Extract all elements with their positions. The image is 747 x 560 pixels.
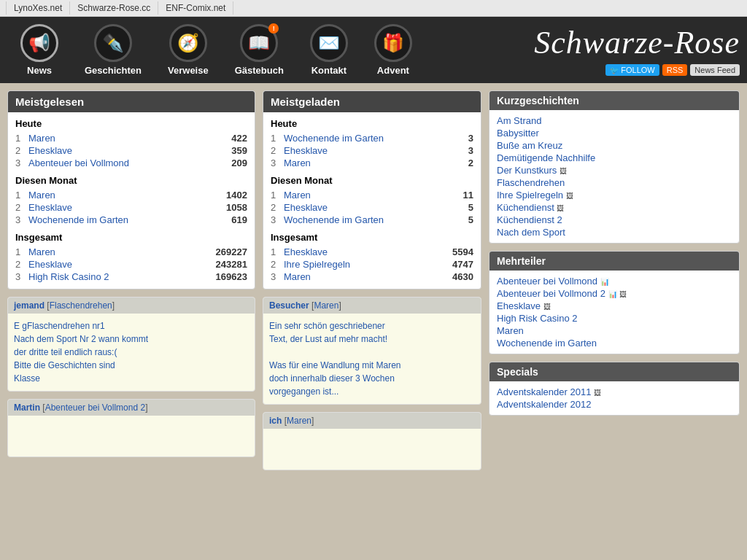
sidebar-item-link[interactable]: Wochenende im Garten (497, 337, 732, 349)
sidebar-item-link[interactable]: Am Strand (497, 114, 732, 127)
sidebar-item-link[interactable]: Buße am Kreuz (497, 139, 732, 152)
comment-body-1: Ein sehr schön geschriebenerText, der Lu… (263, 314, 481, 404)
story-link[interactable]: Maren (28, 190, 55, 201)
sidebar-item-link[interactable]: Nach dem Sport (497, 226, 732, 238)
kurzgeschichten-header: Kurzgeschichten (489, 91, 739, 110)
sidebar-item-link[interactable]: Babysitter (497, 127, 732, 139)
rank: 1 (271, 246, 281, 257)
sidebar-item-link[interactable]: Abenteuer bei Vollmond 2 📊 🖼 (497, 287, 732, 300)
list-item: 3Wochenende im Garten5 (271, 214, 473, 226)
rss-button[interactable]: RSS (662, 64, 688, 76)
story-link[interactable]: Ihre Spielregeln (284, 259, 350, 270)
meistgeladen-body: Heute1Wochenende im Garten32Ehesklave33M… (263, 112, 481, 289)
story-link[interactable]: Maren (28, 246, 55, 257)
nav-label-kontakt: Kontakt (311, 65, 347, 76)
story-link[interactable]: Ehesklave (284, 246, 328, 257)
stat-section-title: Diesen Monat (271, 175, 473, 186)
twitter-button[interactable]: 🐦 FOLLOW (605, 64, 659, 76)
sidebar-item-link[interactable]: Abenteuer bei Vollmond 📊 (497, 275, 732, 287)
comment-author-2: Martin (14, 402, 40, 413)
list-item: 1Wochenende im Garten3 (271, 132, 473, 144)
story-link[interactable]: Maren (284, 158, 311, 168)
story-link[interactable]: Wochenende im Garten (284, 214, 384, 225)
story-link[interactable]: Maren (28, 133, 55, 144)
top-link-enf-comix[interactable]: ENF-Comix.net (158, 1, 233, 15)
story-link[interactable]: Abenteuer bei Vollmond (28, 158, 129, 168)
story-link[interactable]: Wochenende im Garten (28, 214, 128, 225)
list-item: 2Ehesklave243281 (15, 258, 247, 271)
stat-value: 1058 (226, 202, 247, 213)
left-column: Meistgelesen Heute1Maren4222Ehesklave359… (7, 90, 255, 470)
brand-title: Schwarze-Rose (534, 24, 740, 61)
comment-story-bracket-close-0: ] (112, 300, 115, 311)
sidebar-item-link[interactable]: Demütigende Nachhilfe (497, 152, 732, 164)
list-item: 3Maren2 (271, 157, 473, 169)
sidebar-item-link[interactable]: Flaschendrehen (497, 176, 732, 189)
kurzgeschichten-body: Am StrandBabysitterBuße am KreuzDemütige… (489, 110, 739, 243)
comment-body-2 (8, 416, 255, 427)
sidebar-item-link[interactable]: Küchendienst 🖼 (497, 201, 732, 214)
list-item: 1Maren11 (271, 189, 473, 201)
sidebar-item-link[interactable]: High Risk Casino 2 (497, 312, 732, 324)
nav-item-kontakt[interactable]: ✉️ Kontakt (297, 21, 361, 79)
geschichten-icon: ✒️ (94, 24, 132, 62)
stat-value: 243281 (216, 259, 247, 270)
sidebar-item-link[interactable]: Adventskalender 2012 (497, 398, 732, 411)
top-link-lynoxes[interactable]: LynoXes.net (6, 1, 70, 15)
story-link[interactable]: Ehesklave (284, 145, 328, 156)
gastebuch-icon: 📖! (240, 24, 278, 62)
rank: 2 (15, 259, 26, 270)
meistgelesen-body: Heute1Maren4222Ehesklave3593Abenteuer be… (8, 112, 255, 289)
stat-value: 5594 (452, 246, 473, 257)
list-item: 2Ehesklave1058 (15, 201, 247, 214)
specials-header: Specials (489, 362, 739, 381)
comment-author-1: Besucher (269, 300, 309, 311)
nav-item-verweise[interactable]: 🧭 Verweise (155, 21, 222, 79)
stat-value: 359 (231, 145, 247, 156)
comment-line: Nach dem Sport Nr 2 wann kommt (14, 332, 249, 346)
sidebar-item-link[interactable]: Küchendienst 2 (497, 214, 732, 226)
sidebar-item-link[interactable]: Maren (497, 324, 732, 337)
verweise-icon: 🧭 (169, 24, 207, 62)
comment-line: der dritte teil endlich raus:( (14, 346, 249, 359)
rank: 3 (15, 271, 26, 282)
newsfeed-button[interactable]: News Feed (690, 64, 740, 76)
image-icon: 🖼 (543, 303, 551, 311)
kurzgeschichten-widget: Kurzgeschichten Am StrandBabysitterBuße … (489, 90, 740, 244)
nav-label-verweise: Verweise (168, 65, 209, 76)
center-column: Meistgeladen Heute1Wochenende im Garten3… (263, 90, 481, 470)
story-link[interactable]: Maren (284, 190, 311, 201)
chart-icon: 📊 (600, 278, 609, 286)
sidebar-item-link[interactable]: Ehesklave 🖼 (497, 300, 732, 312)
story-link[interactable]: Maren (284, 271, 311, 282)
meistgeladen-header: Meistgeladen (263, 91, 481, 112)
rank: 1 (271, 133, 281, 144)
comment-line: Was für eine Wandlung mit Maren (269, 359, 475, 372)
image-icon: 🖼 (619, 290, 627, 298)
sidebar-item-link[interactable]: Adventskalender 2011 🖼 (497, 386, 732, 398)
story-link[interactable]: Ehesklave (28, 259, 72, 270)
nav-label-news: News (27, 65, 52, 76)
nav-item-advent[interactable]: 🎁 Advent (361, 21, 425, 79)
nav-item-geschichten[interactable]: ✒️ Geschichten (71, 21, 155, 79)
nav-item-gastebuch[interactable]: 📖! Gästebuch (222, 21, 297, 79)
sidebar-item-link[interactable]: Der Kunstkurs 🖼 (497, 164, 732, 176)
comment-line: vorgegangen ist... (269, 385, 475, 398)
nav-item-news[interactable]: 📢 News (7, 21, 71, 79)
sidebar-item-link[interactable]: Ihre Spielregeln 🖼 (497, 189, 732, 201)
top-link-schwarze-rose[interactable]: Schwarze-Rose.cc (70, 1, 158, 15)
comment-card-0: jemand [Flaschendrehen] E gFlaschendrehe… (7, 297, 255, 392)
story-link[interactable]: Ehesklave (284, 202, 328, 213)
comment-header-1: Besucher [Maren] (263, 298, 481, 314)
image-icon: 🖼 (594, 389, 601, 397)
nav-items: 📢 News ✒️ Geschichten 🧭 Verweise 📖! Gäst… (7, 21, 534, 79)
nav-label-geschichten: Geschichten (85, 65, 142, 76)
story-link[interactable]: Wochenende im Garten (284, 133, 384, 144)
rank: 3 (271, 214, 281, 225)
meistgelesen-header: Meistgelesen (8, 91, 255, 112)
story-link[interactable]: High Risk Casino 2 (28, 271, 109, 282)
story-link[interactable]: Ehesklave (28, 202, 72, 213)
story-link[interactable]: Ehesklave (28, 145, 72, 156)
image-icon: 🖼 (560, 167, 567, 175)
stat-section-title: Insgesamt (271, 232, 473, 243)
